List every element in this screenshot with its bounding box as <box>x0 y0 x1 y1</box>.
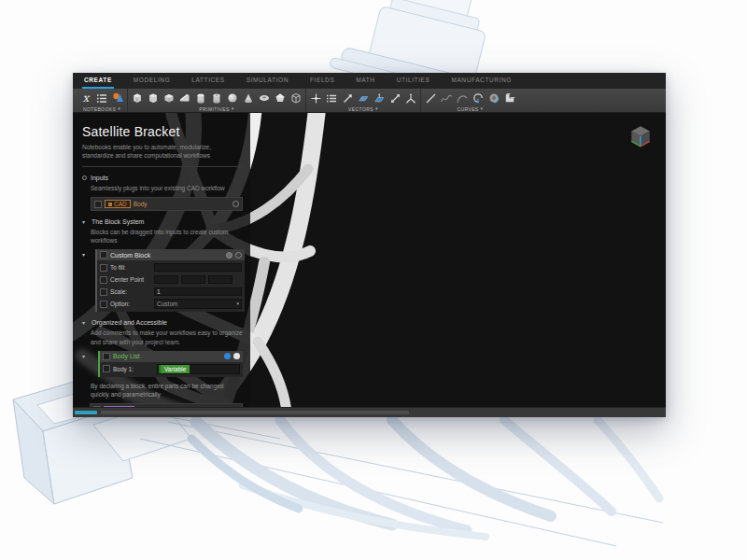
wireframe-cube-icon[interactable] <box>289 91 303 105</box>
visibility-toggle-icon[interactable] <box>233 353 240 359</box>
block-icon[interactable] <box>162 91 176 105</box>
caret-down-icon[interactable]: ▾ <box>118 106 120 111</box>
scale-input[interactable] <box>154 287 242 296</box>
point-icon[interactable] <box>309 91 322 105</box>
notebook-intro: Notebooks enable you to automate, modula… <box>82 143 243 160</box>
caret-down-icon[interactable]: ▾ <box>82 252 85 258</box>
inputs-desc: Seamlessly plugs into your existing CAD … <box>91 184 243 192</box>
caret-down-icon: ▾ <box>237 301 240 306</box>
tab-create[interactable]: CREATE <box>82 73 114 89</box>
organized-note: By declaring a block, entire parts can b… <box>91 382 243 399</box>
ribbon-toolbar: x NOTEBOOKS▾ <box>73 89 666 113</box>
tab-math[interactable]: MATH <box>354 73 376 89</box>
caret-down-icon[interactable]: ▾ <box>82 320 88 326</box>
tube-icon[interactable] <box>210 91 223 105</box>
checkbox[interactable] <box>100 288 107 296</box>
section-organized: ▾ Organized and Accessible <box>82 319 243 326</box>
checkbox[interactable] <box>94 201 102 208</box>
render-toggle-icon[interactable] <box>226 252 233 259</box>
body1-row: Body 1: Variable <box>103 364 240 374</box>
spiral-icon[interactable] <box>472 91 485 105</box>
checkbox[interactable] <box>100 251 107 259</box>
cad-input-row[interactable]: CAD Body <box>91 197 243 211</box>
rounded-box-icon[interactable] <box>147 91 160 105</box>
ribbon-tab-bar: CREATE MODELING LATTICES SIMULATION FIEL… <box>73 73 666 89</box>
cad-badge-icon <box>108 203 112 206</box>
cad-badge-label: CAD <box>114 201 127 207</box>
tab-fields[interactable]: FIELDS <box>308 73 336 89</box>
body-list-header[interactable]: Body List <box>100 351 243 362</box>
center-y-input[interactable] <box>181 275 205 284</box>
sphere-icon[interactable] <box>226 91 239 105</box>
center-point-label: Center Point <box>110 276 151 283</box>
group-label-primitives: PRIMITIVES <box>199 106 229 112</box>
body1-label: Body 1: <box>113 366 154 372</box>
custom-block-header[interactable]: Custom Block <box>97 249 245 260</box>
wedge-icon[interactable] <box>178 91 191 105</box>
caret-down-icon[interactable]: ▾ <box>375 106 378 111</box>
section-inputs: Inputs <box>82 175 243 181</box>
triad-vector-icon[interactable] <box>404 91 417 105</box>
plane-normal-icon[interactable] <box>373 91 386 105</box>
plane-icon[interactable] <box>357 91 370 105</box>
vector-arrow-icon[interactable] <box>341 91 354 105</box>
view-cube[interactable] <box>628 124 653 148</box>
render-toggle-icon[interactable] <box>224 353 231 359</box>
tab-modeling[interactable]: MODELING <box>132 73 172 89</box>
arc-icon[interactable] <box>456 91 469 105</box>
scale-label: Scale: <box>110 288 151 295</box>
toolbar-group-vectors: VECTORS▾ <box>305 89 420 112</box>
tab-utilities[interactable]: UTILITIES <box>395 73 432 89</box>
status-scrollbar <box>73 407 666 417</box>
tab-simulation[interactable]: SIMULATION <box>245 73 290 89</box>
spline-icon[interactable] <box>440 91 453 105</box>
checkbox[interactable] <box>103 353 110 360</box>
variable-chip[interactable]: Variable <box>159 365 190 373</box>
toolbar-group-curves: CURVES▾ <box>420 89 519 112</box>
cylinder-icon[interactable] <box>194 91 207 105</box>
prism-icon[interactable] <box>274 91 287 105</box>
cone-icon[interactable] <box>242 91 255 105</box>
line-icon[interactable] <box>424 91 437 105</box>
checkbox[interactable] <box>100 301 107 308</box>
inputs-heading: Inputs <box>91 175 108 181</box>
notebook-title: Satellite Bracket <box>82 124 243 139</box>
torus-icon[interactable] <box>258 91 271 105</box>
hscrollbar-thumb[interactable] <box>101 411 409 414</box>
to-fill-input[interactable] <box>154 263 242 272</box>
center-x-input[interactable] <box>154 275 178 284</box>
box-icon[interactable] <box>131 91 144 105</box>
body-list-group: Body List Body 1: Variable <box>98 351 243 377</box>
checkbox[interactable] <box>100 264 107 272</box>
corner-block-icon[interactable] <box>503 91 516 105</box>
caret-down-icon[interactable]: ▾ <box>82 219 88 225</box>
notebook-list-icon[interactable] <box>95 91 108 105</box>
scale-row: Scale: <box>100 287 242 297</box>
progress-segment <box>75 411 97 414</box>
checkbox[interactable] <box>100 276 107 284</box>
scale-vector-icon[interactable] <box>388 91 402 105</box>
group-label-curves: CURVES <box>457 106 478 112</box>
tab-manufacturing[interactable]: MANUFACTURING <box>449 73 514 89</box>
body-list-title: Body List <box>113 353 140 359</box>
visibility-toggle-icon[interactable] <box>233 201 239 207</box>
variable-icon[interactable]: x <box>79 91 92 105</box>
caret-down-icon[interactable]: ▾ <box>232 106 234 111</box>
center-z-input[interactable] <box>208 275 233 284</box>
center-point-row: Center Point <box>100 274 242 285</box>
section-block-system: ▾ The Block System <box>82 218 243 225</box>
shapes-icon[interactable] <box>111 91 124 105</box>
checkbox[interactable] <box>103 365 110 372</box>
block-system-heading: The Block System <box>92 218 144 225</box>
tab-lattices[interactable]: LATTICES <box>190 73 226 89</box>
caret-down-icon[interactable]: ▾ <box>481 106 484 111</box>
ntop-window: CREATE MODELING LATTICES SIMULATION FIEL… <box>73 73 666 417</box>
divider <box>82 166 243 167</box>
vector-list-icon[interactable] <box>325 91 338 105</box>
circle-tool-icon[interactable] <box>487 91 500 105</box>
caret-down-icon[interactable]: ▾ <box>82 354 88 359</box>
visibility-toggle-icon[interactable] <box>235 252 242 259</box>
option-select[interactable]: Custom ▾ <box>154 299 242 309</box>
toolbar-group-primitives: PRIMITIVES▾ <box>127 89 305 112</box>
body1-input[interactable]: Variable <box>157 364 240 374</box>
